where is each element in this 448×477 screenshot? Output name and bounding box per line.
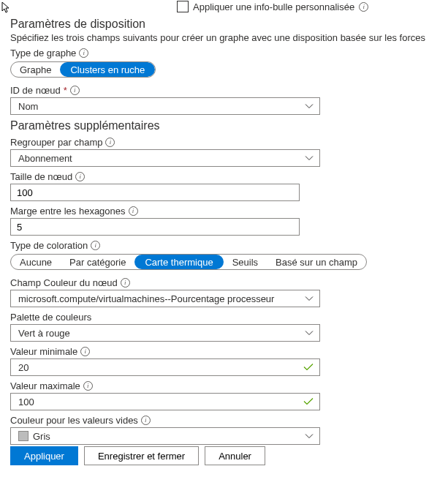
required-star: * [64,85,67,96]
node-id-label: ID de nœud [10,85,61,96]
info-icon[interactable]: i [70,86,80,95]
color-type-heatmap[interactable]: Carte thermique [134,255,223,269]
group-by-select[interactable]: Abonnement [10,149,320,167]
info-icon[interactable]: i [80,347,90,356]
min-val-value: 20 [18,362,29,373]
palette-value: Vert à rouge [18,328,70,339]
color-field-value: microsoft.compute/virtualmachines--Pourc… [18,293,274,304]
max-val-value: 100 [18,397,34,407]
layout-settings-title: Paramètres de disposition [10,18,438,31]
color-type-none[interactable]: Aucune [11,255,61,269]
group-by-value: Abonnement [18,153,72,164]
info-icon[interactable]: i [75,172,85,181]
chevron-down-icon [305,293,314,304]
color-swatch-gray [18,431,29,441]
hex-margin-label: Marge entre les hexagones [10,206,126,217]
palette-select[interactable]: Vert à rouge [10,324,320,342]
info-icon[interactable]: i [79,48,88,58]
node-id-value: Nom [18,101,38,112]
info-icon[interactable]: i [359,2,368,12]
chevron-down-icon [305,101,314,112]
color-type-thresholds[interactable]: Seuils [224,255,267,269]
min-val-field[interactable]: 20 [10,358,320,376]
custom-tooltip-label: Appliquer une info-bulle personnalisée [193,1,354,12]
palette-label: Palette de couleurs [10,312,91,323]
extra-settings-title: Paramètres supplémentaires [10,119,438,132]
checkmark-icon [303,362,314,373]
node-id-select[interactable]: Nom [10,97,320,115]
info-icon[interactable]: i [91,241,100,250]
chevron-down-icon [305,328,314,339]
graph-type-option-clusters[interactable]: Clusters en ruche [60,62,155,77]
empty-color-select[interactable]: Gris [10,427,320,445]
max-val-label: Valeur maximale [10,380,80,391]
max-val-field[interactable]: 100 [10,393,320,410]
color-type-toggle[interactable]: Aucune Par catégorie Carte thermique Seu… [10,254,367,270]
save-close-button[interactable]: Enregistrer et fermer [84,446,199,465]
apply-button[interactable]: Appliquer [10,446,78,465]
color-type-category[interactable]: Par catégorie [61,255,134,269]
color-type-fieldbased[interactable]: Basé sur un champ [267,255,366,269]
color-field-select[interactable]: microsoft.compute/virtualmachines--Pourc… [10,290,320,307]
info-icon[interactable]: i [105,138,115,147]
color-type-label: Type de coloration [10,240,88,251]
chevron-down-icon [305,153,314,164]
info-icon[interactable]: i [121,278,130,288]
empty-color-value: Gris [33,431,50,442]
node-size-label: Taille de nœud [10,171,72,182]
cancel-button[interactable]: Annuler [205,446,265,465]
graph-type-toggle[interactable]: Graphe Clusters en ruche [10,61,156,78]
empty-color-label: Couleur pour les valeurs vides [10,415,138,426]
chevron-down-icon [305,431,314,442]
color-field-label: Champ Couleur du nœud [10,277,118,288]
graph-type-label: Type de graphe [10,48,76,59]
graph-type-option-graph[interactable]: Graphe [11,62,60,77]
group-by-label: Regrouper par champ [10,137,102,148]
custom-tooltip-checkbox[interactable] [177,1,189,12]
hex-margin-input[interactable] [10,218,300,236]
info-icon[interactable]: i [129,206,138,216]
node-size-input[interactable] [10,184,300,201]
info-icon[interactable]: i [141,416,151,425]
min-val-label: Valeur minimale [10,346,77,357]
info-icon[interactable]: i [83,381,93,391]
checkmark-icon [303,397,314,407]
layout-settings-desc: Spécifiez les trois champs suivants pour… [10,32,438,43]
